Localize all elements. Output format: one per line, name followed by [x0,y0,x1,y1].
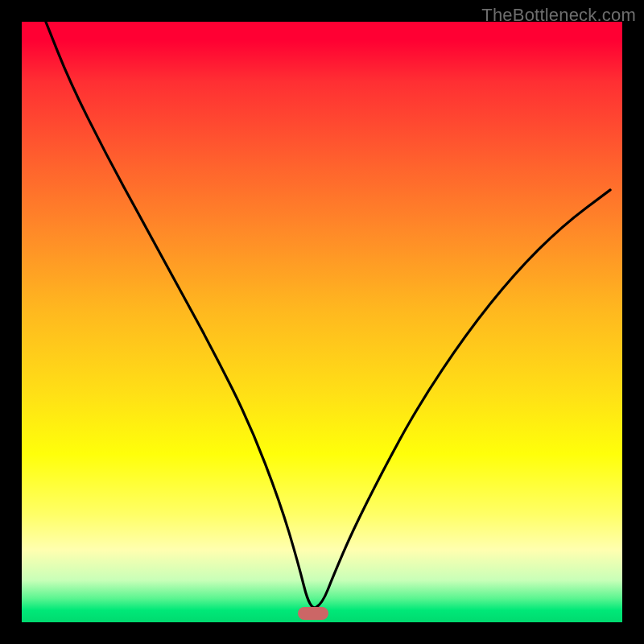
optimum-marker [298,607,328,620]
plot-area [22,22,622,622]
chart-frame: TheBottleneck.com [0,0,644,644]
bottleneck-curve [22,22,622,622]
